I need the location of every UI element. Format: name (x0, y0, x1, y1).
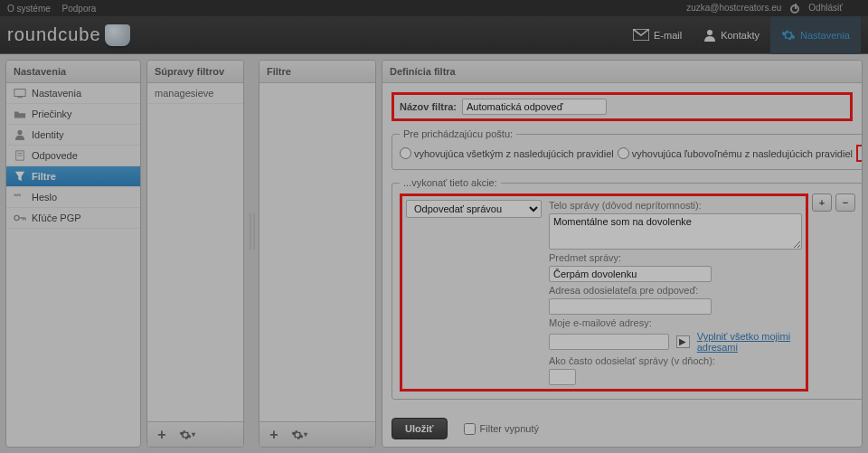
sender-label: Adresa odosielateľa pre odpoveď: (549, 285, 802, 296)
arrow-icon[interactable]: ▶ (676, 335, 690, 348)
header: roundcube E-mail Kontakty Nastavenia (0, 16, 868, 54)
filtername-input[interactable] (462, 99, 607, 115)
filters-panel: Filtre + ▾ (259, 60, 376, 448)
setnav-filters[interactable]: Filtre (6, 166, 140, 187)
action-type-select[interactable]: Odpovedať správou (406, 200, 542, 218)
filtersets-title: Súpravy filtrov (147, 61, 243, 83)
days-input[interactable] (549, 369, 576, 385)
svg-point-8 (14, 215, 19, 220)
incoming-legend: Pre prichádzajúcu poštu: (400, 128, 516, 139)
save-bar: Uložiť Filter vypnutý (382, 411, 862, 447)
add-action-button[interactable]: + (812, 193, 832, 212)
sender-input[interactable] (549, 298, 712, 315)
filter-disabled[interactable]: Filter vypnutý (464, 423, 539, 435)
setnav-folders[interactable]: Priečinky (6, 104, 140, 125)
days-label: Ako často odosielať správy (v dňoch): (549, 355, 802, 366)
gear-icon (291, 429, 304, 441)
svg-rect-2 (14, 90, 25, 97)
gear-icon (781, 28, 796, 42)
filterdef-panel: Definícia filtra Názov filtra: Pre prich… (382, 60, 863, 448)
main-nav: E-mail Kontakty Nastavenia (622, 16, 861, 54)
fill-addresses-link[interactable]: Vyplniť všetko mojimi adresami (697, 331, 802, 353)
setnav-responses[interactable]: Odpovede (6, 146, 140, 166)
filtername-label: Názov filtra: (400, 101, 457, 112)
monitor-icon (14, 88, 26, 99)
myaddr-label: Moje e-mailové adresy: (549, 317, 802, 328)
person-icon (703, 29, 716, 42)
set-actions-button[interactable]: ▾ (176, 425, 198, 445)
filtername-row: Názov filtra: (392, 92, 853, 121)
settings-panel-title: Nastavenia (6, 61, 140, 83)
add-filter-button[interactable]: + (263, 425, 285, 445)
body-textarea[interactable]: Momentálne som na dovolenke (549, 213, 802, 250)
rule-all[interactable]: vyhovujúca všetkým z nasledujúcich pravi… (400, 147, 614, 159)
workarea: Nastavenia Nastavenia Priečinky Identity… (0, 54, 868, 453)
setnav-password[interactable]: ***Heslo (6, 187, 140, 208)
support-link[interactable]: Podpora (62, 4, 97, 14)
settings-panel: Nastavenia Nastavenia Priečinky Identity… (5, 60, 141, 448)
subject-label: Predmet správy: (549, 252, 802, 263)
rule-any-radio[interactable] (618, 147, 629, 159)
gear-icon (179, 429, 192, 441)
actions-legend: ...vykonať tieto akcie: (400, 177, 501, 188)
person-icon (14, 129, 26, 140)
body-label: Telo správy (dôvod neprítomnosti): (549, 200, 802, 211)
setnav-pgp[interactable]: Kľúče PGP (6, 208, 140, 229)
rule-any[interactable]: vyhovujúca ľubovoľnému z nasledujúcich p… (618, 147, 853, 159)
myaddr-input[interactable] (549, 334, 669, 350)
nav-settings[interactable]: Nastavenia (770, 16, 861, 54)
nav-mail[interactable]: E-mail (622, 16, 693, 54)
key-icon (14, 212, 26, 223)
svg-point-1 (707, 30, 712, 35)
incoming-fieldset: Pre prichádzajúcu poštu: vyhovujúca všet… (392, 128, 862, 170)
logout-link[interactable]: Odhlásiť (790, 3, 852, 13)
filterset-item[interactable]: managesieve (147, 83, 243, 104)
save-button[interactable]: Uložiť (392, 418, 448, 439)
add-set-button[interactable]: + (151, 425, 173, 445)
topbar: O systéme Podpora zuzka@hostcreators.eu … (0, 0, 868, 16)
filters-title: Filtre (259, 61, 375, 83)
folder-icon (14, 109, 26, 119)
subject-input[interactable] (549, 266, 712, 282)
svg-point-4 (17, 130, 22, 135)
splitter[interactable] (250, 60, 253, 448)
filtersets-panel: Súpravy filtrov managesieve + ▾ (146, 60, 244, 448)
power-icon (790, 5, 799, 14)
filterdef-title: Definícia filtra (382, 61, 862, 83)
svg-rect-3 (17, 97, 22, 98)
remove-action-button[interactable]: − (835, 193, 855, 212)
filter-disabled-checkbox[interactable] (464, 423, 476, 435)
funnel-icon (14, 171, 26, 182)
setnav-identities[interactable]: Identity (6, 125, 140, 146)
filter-actions-button[interactable]: ▾ (288, 425, 310, 445)
nav-contacts[interactable]: Kontakty (693, 16, 770, 54)
actions-fieldset: ...vykonať tieto akcie: Odpovedať správo… (392, 177, 862, 400)
doc-icon (14, 150, 26, 161)
password-icon: *** (14, 192, 26, 203)
mail-icon (633, 29, 649, 41)
setnav-prefs[interactable]: Nastavenia (6, 83, 140, 104)
about-link[interactable]: O systéme (7, 4, 51, 14)
logo: roundcube (7, 24, 130, 46)
current-user: zuzka@hostcreators.eu (686, 3, 781, 13)
rule-all-radio[interactable] (400, 147, 411, 159)
logo-icon (105, 24, 130, 46)
